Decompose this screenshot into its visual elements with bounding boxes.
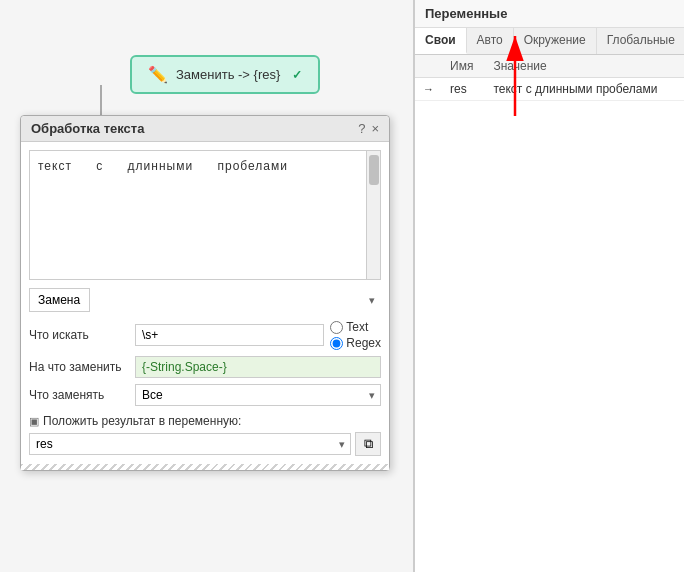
replace-row: На что заменить <box>29 356 381 378</box>
dialog-title: Обработка текста <box>31 121 144 136</box>
mode-select[interactable]: Замена <box>29 288 90 312</box>
canvas-area: ✏️ Заменить -> {res} ✓ Обработка текста … <box>0 0 414 572</box>
close-button[interactable]: × <box>371 121 379 136</box>
text-scrollbar[interactable] <box>366 151 380 279</box>
panel-body <box>415 101 684 572</box>
regex-radio[interactable] <box>330 337 343 350</box>
radio-group: Text Regex <box>330 320 381 350</box>
right-panel: Переменные Свои Авто Окружение Глобальны… <box>414 0 684 572</box>
text-radio-text: Text <box>346 320 368 334</box>
scrollbar-thumb <box>369 155 379 185</box>
node-block[interactable]: ✏️ Заменить -> {res} ✓ <box>130 55 320 94</box>
text-display-area: текст с длинными пробелами <box>29 150 381 280</box>
node-checkmark: ✓ <box>292 68 302 82</box>
mode-select-wrapper[interactable]: Замена <box>29 288 381 312</box>
text-processing-dialog: Обработка текста ? × текст с длинными пр… <box>20 115 390 471</box>
mode-row: Замена <box>29 288 381 312</box>
variable-label-row: ▣ Положить результат в переменную: <box>29 414 381 428</box>
regex-radio-text: Regex <box>346 336 381 350</box>
replace-input[interactable] <box>135 356 381 378</box>
replace-icon: ✏️ <box>148 65 168 84</box>
copy-button[interactable]: ⧉ <box>355 432 381 456</box>
variable-section-label: Положить результат в переменную: <box>43 414 241 428</box>
search-label: Что искать <box>29 328 129 342</box>
scope-select[interactable]: Все <box>135 384 381 406</box>
col-arrow <box>415 55 442 78</box>
row-arrow: → <box>415 78 442 101</box>
variable-input-row: res ⧉ <box>29 432 381 456</box>
dialog-controls: ? × <box>358 121 379 136</box>
variable-select[interactable]: res <box>29 433 351 455</box>
scope-label: Что заменять <box>29 388 129 402</box>
scope-select-wrapper[interactable]: Все <box>135 384 381 406</box>
node-label: Заменить -> {res} <box>176 67 280 82</box>
dialog-body: текст с длинными пробелами Замена Что ис… <box>21 142 389 464</box>
tab-svoi[interactable]: Свои <box>415 28 467 54</box>
variable-section: ▣ Положить результат в переменную: res ⧉ <box>29 414 381 456</box>
dialog-titlebar: Обработка текста ? × <box>21 116 389 142</box>
text-radio-label[interactable]: Text <box>330 320 381 334</box>
help-button[interactable]: ? <box>358 121 365 136</box>
text-display-content: текст с длинными пробелами <box>38 159 372 173</box>
search-input[interactable] <box>135 324 324 346</box>
scope-row: Что заменять Все <box>29 384 381 406</box>
tab-globalnye[interactable]: Глобальные <box>597 28 684 54</box>
text-radio[interactable] <box>330 321 343 334</box>
replace-label: На что заменить <box>29 360 129 374</box>
red-arrow-annotation <box>475 21 555 121</box>
dialog-bottom-indicator <box>21 464 389 470</box>
search-row: Что искать Text Regex <box>29 320 381 350</box>
regex-radio-label[interactable]: Regex <box>330 336 381 350</box>
variable-select-wrapper[interactable]: res <box>29 433 351 455</box>
variable-icon: ▣ <box>29 415 39 428</box>
